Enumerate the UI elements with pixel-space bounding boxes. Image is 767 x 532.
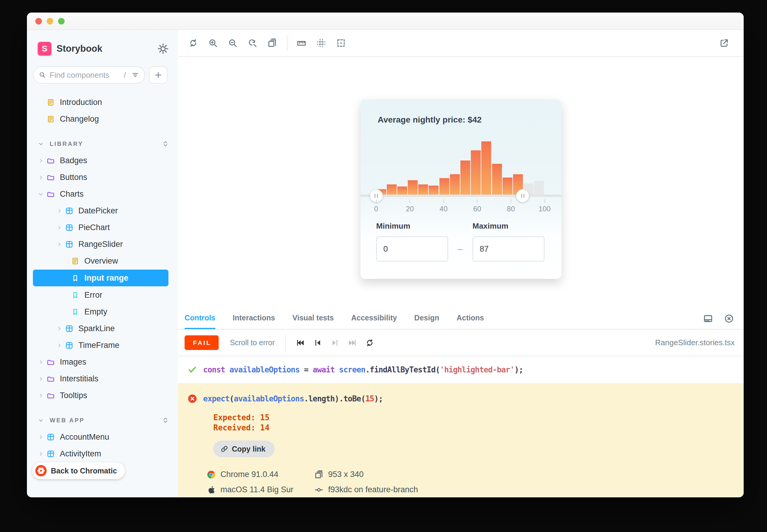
received-value: Received: 14 xyxy=(213,423,744,433)
tab-visual-tests[interactable]: Visual tests xyxy=(292,308,334,329)
search-input[interactable]: Find components / xyxy=(33,66,145,84)
slider-handle-max[interactable] xyxy=(516,189,529,202)
filter-icon[interactable] xyxy=(131,71,139,79)
code-token: .length).toBe( xyxy=(304,394,365,403)
addon-tabbar: ControlsInteractionsVisual testsAccessib… xyxy=(178,308,744,330)
code-token: = xyxy=(300,365,313,374)
sidebar-item-changelog[interactable]: Changelog xyxy=(27,111,178,127)
maximum-input[interactable]: 87 xyxy=(473,236,544,262)
go-to-end-icon[interactable] xyxy=(348,337,359,348)
tab-actions[interactable]: Actions xyxy=(456,308,484,329)
create-story-button[interactable] xyxy=(149,66,167,84)
chrome-icon xyxy=(207,470,216,479)
sidebar-item-timeframe[interactable]: TimeFrame xyxy=(27,337,178,354)
axis-tick xyxy=(376,199,377,203)
tab-design[interactable]: Design xyxy=(414,308,439,329)
bookmark-icon xyxy=(71,291,79,299)
rerun-icon[interactable] xyxy=(365,337,376,348)
sidebar-item-introduction[interactable]: Introduction xyxy=(27,94,178,111)
sidebar-item-empty[interactable]: Empty xyxy=(27,303,178,320)
commit-label: f93kdc on feature-branch xyxy=(328,485,418,494)
collapse-all-icon[interactable] xyxy=(162,140,169,147)
zoom-out-icon[interactable] xyxy=(227,37,239,49)
sidebar-item-sparkline[interactable]: SparkLine xyxy=(27,320,178,337)
sidebar-item-label: Overview xyxy=(84,256,118,266)
commit-info: f93kdc on feature-branch xyxy=(314,485,418,494)
failed-step-row: expect(availableOptions.length).toBe(15)… xyxy=(187,394,744,403)
viewport-label: 953 x 340 xyxy=(328,470,364,479)
main-area: Average nightly price: $42 Minimum Maxim… xyxy=(178,30,744,497)
axis-tick xyxy=(443,199,444,203)
zoom-in-icon[interactable] xyxy=(207,37,219,49)
bookmark-icon xyxy=(71,308,79,316)
code-token: ( xyxy=(230,394,234,403)
section-header-library[interactable]: LIBRARY xyxy=(27,135,178,152)
sidebar-item-datepicker[interactable]: DatePicker xyxy=(27,202,178,219)
folder-icon xyxy=(47,375,55,383)
sidebar-item-interstitials[interactable]: Interstitials xyxy=(27,370,178,387)
story-size-icon[interactable] xyxy=(266,37,279,49)
grid-icon[interactable] xyxy=(315,37,328,49)
minimize-window-button[interactable] xyxy=(47,18,53,25)
os-info: macOS 11.4 Big Sur xyxy=(207,485,314,494)
minimum-input[interactable]: 0 xyxy=(376,236,448,262)
code-token: await xyxy=(313,365,339,374)
axis-tick xyxy=(511,199,511,203)
chevron-right-icon xyxy=(38,175,43,180)
close-window-button[interactable] xyxy=(35,18,42,25)
slider-track[interactable] xyxy=(360,195,561,197)
open-external-icon[interactable] xyxy=(718,37,731,49)
collapse-all-icon[interactable] xyxy=(162,417,169,424)
chevron-right-icon xyxy=(57,225,62,230)
reset-zoom-icon[interactable] xyxy=(246,37,259,49)
panel-position-icon[interactable] xyxy=(703,313,714,324)
step-back-icon[interactable] xyxy=(313,337,324,348)
status-separator xyxy=(285,335,286,351)
tab-accessibility[interactable]: Accessibility xyxy=(351,308,397,329)
outline-icon[interactable] xyxy=(335,37,347,49)
environment-info: Chrome 91.0.44 953 x 340 macOS 11.4 Big … xyxy=(207,470,744,494)
section-header-web-app[interactable]: WEB APP xyxy=(27,412,178,429)
sidebar-item-buttons[interactable]: Buttons xyxy=(27,169,178,186)
tab-controls[interactable]: Controls xyxy=(184,308,216,329)
chevron-right-icon xyxy=(38,435,43,440)
scroll-to-error-link[interactable]: Scroll to error xyxy=(230,338,275,347)
sidebar-item-input-range[interactable]: Input range xyxy=(33,270,168,286)
sidebar-item-accountmenu[interactable]: AccountMenu xyxy=(27,429,178,445)
remount-icon[interactable] xyxy=(187,37,200,49)
sidebar-item-activityitem[interactable]: ActivityItem xyxy=(27,445,178,462)
zoom-window-button[interactable] xyxy=(58,18,65,25)
sidebar-item-piechart[interactable]: PieChart xyxy=(27,219,178,236)
passed-step-row: const availableOptions = await screen.fi… xyxy=(178,356,744,383)
failed-step-code: expect(availableOptions.length).toBe(15)… xyxy=(203,394,383,403)
sidebar-item-tooltips[interactable]: Tooltips xyxy=(27,387,178,404)
copy-link-button[interactable]: Copy link xyxy=(213,441,275,457)
step-forward-icon[interactable] xyxy=(331,337,341,348)
sidebar-item-images[interactable]: Images xyxy=(27,354,178,370)
code-token: ); xyxy=(374,394,383,403)
search-row: Find components / xyxy=(27,56,178,84)
chevron-right-icon xyxy=(38,360,43,365)
chevron-right-icon xyxy=(38,158,43,163)
sidebar-item-error[interactable]: Error xyxy=(27,287,178,303)
histogram-bar xyxy=(429,186,438,195)
sidebar-item-badges[interactable]: Badges xyxy=(27,152,178,169)
folder-icon xyxy=(47,173,55,181)
component-icon xyxy=(65,240,73,248)
sidebar-item-overview[interactable]: Overview xyxy=(27,253,178,269)
close-panel-icon[interactable] xyxy=(724,313,735,324)
sidebar-item-rangeslider[interactable]: RangeSlider xyxy=(27,236,178,253)
fail-badge[interactable]: FAIL xyxy=(184,335,219,350)
settings-gear-icon[interactable] xyxy=(157,43,169,55)
measure-icon[interactable] xyxy=(295,37,308,49)
sidebar-item-label: Buttons xyxy=(60,173,87,182)
sidebar-item-label: Images xyxy=(60,357,86,367)
back-to-chromatic-button[interactable]: Back to Chromatic xyxy=(32,462,125,479)
axis-tick-label: 40 xyxy=(439,205,447,213)
card-title: Average nightly price: $42 xyxy=(378,115,482,125)
sidebar-item-charts[interactable]: Charts xyxy=(27,186,178,202)
go-to-start-icon[interactable] xyxy=(296,337,307,348)
code-token: availableOptions xyxy=(230,365,300,374)
tab-interactions[interactable]: Interactions xyxy=(233,308,275,329)
storybook-window: S Storybook Find components / Introducti… xyxy=(27,13,744,497)
